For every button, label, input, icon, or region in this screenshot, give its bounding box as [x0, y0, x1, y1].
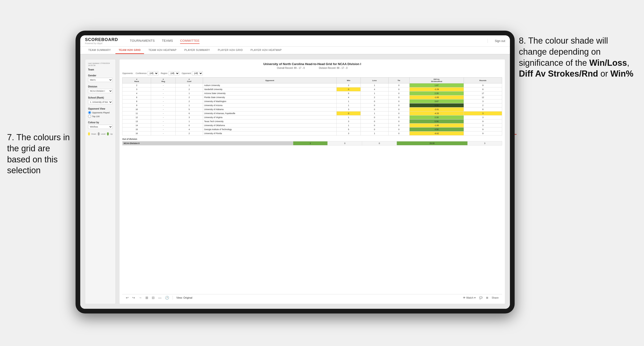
nav-separator — [488, 39, 488, 43]
redo-icon[interactable]: ↪ — [132, 296, 135, 300]
cell-rank: 14 — [122, 124, 151, 128]
table-row: 3 - 2 Vanderbilt University 0 4 0 -2.29 … — [122, 87, 502, 91]
table-row: 2 - 1 Auburn University 2 1 0 1.67 9 — [122, 83, 502, 87]
cell-reg: - — [151, 108, 176, 112]
dash-icon[interactable]: — — [158, 296, 162, 300]
cell-rank: 9 — [122, 103, 151, 108]
division-select[interactable]: NCAA Division I — [88, 89, 112, 93]
cell-diff: -6.62 — [409, 132, 464, 136]
gender-select[interactable]: Men's — [88, 78, 112, 82]
opponent-filter-group: Opponent (All) — [182, 71, 203, 75]
cell-rounds: 2 — [464, 103, 502, 108]
cell-loss: 0 — [360, 116, 388, 120]
cell-conf: 3 — [176, 116, 203, 120]
cell-diff: -2.29 — [409, 87, 464, 91]
comment-button[interactable]: 💬 — [479, 296, 482, 299]
sidebar-gender-section: Gender Men's — [88, 74, 112, 82]
watch-button[interactable]: 👁 Watch ▾ — [463, 296, 476, 299]
cell-opponent: Arizona State University — [203, 91, 337, 95]
tab-team-h2h-heatmap[interactable]: TEAM H2H HEATMAP — [145, 47, 180, 54]
cell-win: 0 — [337, 112, 361, 116]
tab-team-summary[interactable]: TEAM SUMMARY — [85, 47, 114, 54]
logo-sub: Powered by clippd — [85, 42, 118, 44]
col-reg: #Reg — [151, 78, 176, 83]
tab-player-h2h-heatmap[interactable]: PLAYER H2H HEATMAP — [247, 47, 285, 54]
cell-diff: 5.56 — [409, 120, 464, 124]
cell-win: 5 — [337, 91, 361, 95]
cell-conf: 0 — [176, 124, 203, 128]
cell-rounds: 3 — [464, 124, 502, 128]
school-select[interactable]: 1. University of Nort... — [88, 100, 112, 104]
cell-loss: 0 — [360, 124, 388, 128]
cell-loss: 1 — [360, 112, 388, 116]
paste-icon[interactable]: ⊟ — [152, 296, 155, 300]
annotation-left: 7. The colours in the grid are based on … — [7, 132, 73, 176]
cell-reg: - — [151, 124, 176, 128]
table-row: 13 - 1 Texas Tech University 3 0 0 5.56 … — [122, 120, 502, 124]
share-icon[interactable]: ⊞ — [486, 296, 488, 299]
cell-conf: 1 — [176, 120, 203, 124]
sign-out-button[interactable]: Sign out — [495, 39, 505, 43]
undo-icon[interactable]: ↩ — [126, 296, 129, 300]
cell-diff: -2.61 — [409, 108, 464, 112]
opponent-filter-select[interactable]: (All) — [192, 71, 203, 75]
top-nav: SCOREBOARD Powered by clippd TOURNAMENTS… — [80, 35, 510, 47]
region-filter-select[interactable]: (All) — [168, 71, 180, 75]
color-dot-down — [88, 132, 90, 136]
clock-icon[interactable]: 🕐 — [165, 296, 169, 300]
cell-win: 5 — [337, 128, 361, 132]
color-label-level: Level — [101, 133, 106, 135]
copy-icon[interactable]: ⊞ — [146, 296, 148, 300]
bottom-toolbar: ↩ ↪ → ⊞ ⊟ — 🕐 View: Original 👁 Watch ▾ 💬 — [122, 294, 502, 301]
cell-reg: - — [151, 132, 176, 136]
cell-tie: 0 — [388, 83, 409, 87]
colour-by-select[interactable]: Win/loss — [88, 125, 112, 129]
radio-opponents-played[interactable]: Opponents Played — [88, 111, 112, 114]
cell-opponent: University of Florida — [203, 132, 337, 136]
table-row: 15 - 4 Georgia Institute of Technology 5… — [122, 128, 502, 132]
table-row: 16 - 2 University of Florida 3 1 0 -6.62… — [122, 132, 502, 136]
color-label-up: Up — [110, 133, 112, 135]
col-tie: Tie — [388, 78, 409, 83]
share-button[interactable]: Share — [492, 296, 498, 299]
cell-loss: 1 — [360, 132, 388, 136]
cell-rank: 4 — [122, 91, 151, 95]
cell-reg: - — [151, 87, 176, 91]
cell-rounds: 3 — [464, 112, 502, 116]
sidebar-gender-label: Gender — [88, 74, 112, 77]
forward-icon[interactable]: → — [138, 296, 142, 300]
ood-tie: 0 — [362, 141, 396, 146]
toolbar-actions: 👁 Watch ▾ 💬 ⊞ Share — [463, 296, 498, 299]
cell-tie: 0 — [388, 99, 409, 103]
tab-player-h2h-grid[interactable]: PLAYER H2H GRID — [214, 47, 246, 54]
nav-link-teams[interactable]: TEAMS — [162, 38, 173, 44]
view-original-label: View: Original — [176, 296, 192, 299]
cell-win: 3 — [337, 132, 361, 136]
cell-win: 3 — [337, 120, 361, 124]
cell-tie: 0 — [388, 132, 409, 136]
cell-rank: 16 — [122, 132, 151, 136]
cell-rounds: 3 — [464, 116, 502, 120]
cell-rounds: 8 — [464, 87, 502, 91]
sidebar-colour-by-section: Colour by Win/loss — [88, 121, 112, 129]
conference-filter-select[interactable]: (All) — [148, 71, 158, 75]
cell-opponent: Vanderbilt University — [203, 87, 337, 91]
sidebar-opponent-view-section: Opponent View Opponents Played Top 100 — [88, 108, 112, 118]
cell-reg: - — [151, 120, 176, 124]
cell-diff: 1.67 — [409, 83, 464, 87]
sidebar: Last Updated: 27/03/2024 16:55:38 Team G… — [85, 59, 116, 304]
cell-tie: 0 — [388, 128, 409, 132]
table-row: 4 - 1 Arizona State University 5 1 0 2.2… — [122, 91, 502, 95]
radio-group: Opponents Played Top 100 — [88, 111, 112, 118]
ood-rounds: 3 — [468, 141, 502, 146]
division-record: Division Record: 88 - 17 - 0 — [319, 67, 348, 69]
cell-loss: 0 — [360, 120, 388, 124]
tab-team-h2h-grid[interactable]: TEAM H2H GRID — [116, 47, 144, 54]
nav-link-tournaments[interactable]: TOURNAMENTS — [130, 38, 155, 44]
cell-conf: 2 — [176, 87, 203, 91]
nav-link-committee[interactable]: COMMITTEE — [180, 38, 200, 44]
radio-top100[interactable]: Top 100 — [88, 115, 112, 118]
conference-filter-label: Conference — [136, 72, 147, 74]
tab-player-summary[interactable]: PLAYER SUMMARY — [181, 47, 214, 54]
cell-tie: 0 — [388, 108, 409, 112]
